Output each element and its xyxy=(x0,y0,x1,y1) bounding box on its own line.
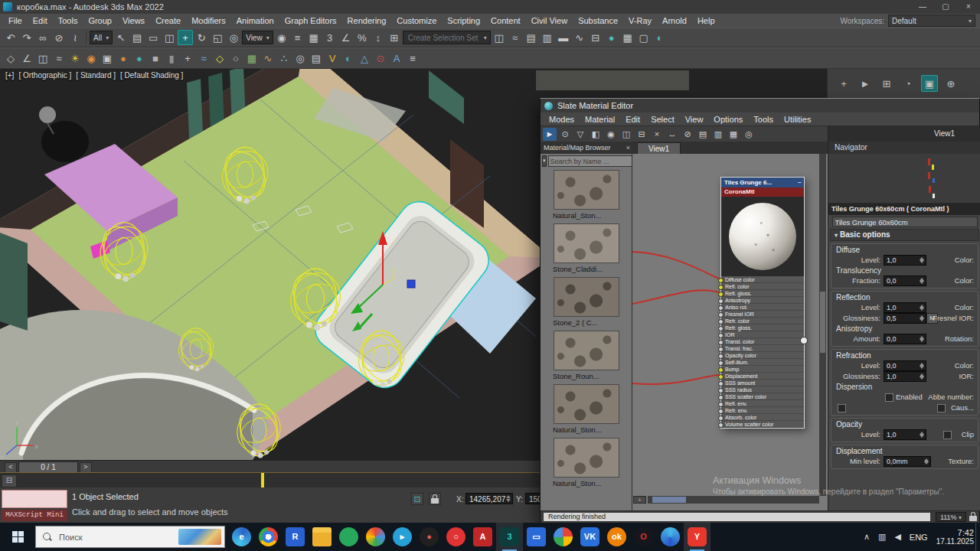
pivot-center-icon[interactable]: ◉ xyxy=(274,30,289,45)
material-name-field[interactable] xyxy=(832,217,978,227)
time-slider[interactable]: < 0 / 1 > xyxy=(0,460,540,472)
layout-horizontal-icon[interactable]: ⊟ xyxy=(635,128,648,141)
slot-socket[interactable] xyxy=(718,416,724,421)
search-by-name-input[interactable] xyxy=(548,155,632,167)
bind-spacewarp-icon[interactable]: ≀ xyxy=(67,30,83,45)
select-tool-icon[interactable]: ► xyxy=(543,128,557,141)
space-warp-icon[interactable]: ≈ xyxy=(196,51,211,66)
light-create-icon[interactable]: ☀ xyxy=(67,51,83,66)
reflection-level-spinner[interactable]: 1,0 xyxy=(884,302,926,313)
material-thumbnail[interactable] xyxy=(554,438,619,478)
close-button[interactable]: × xyxy=(957,0,980,14)
Graph Editors[interactable]: Graph Editors xyxy=(279,14,342,28)
material-thumbnail[interactable] xyxy=(554,277,619,317)
corona-icon[interactable]: ◐ xyxy=(341,51,356,66)
viewport-label-segment[interactable]: [ Orthographic ] xyxy=(18,71,71,80)
curve-editor-icon[interactable]: ∿ xyxy=(572,30,587,45)
slot-socket[interactable] xyxy=(718,402,724,407)
search-highlight-image[interactable] xyxy=(178,529,221,545)
render-elements-icon[interactable]: ▤ xyxy=(309,51,324,66)
Help[interactable]: Help xyxy=(692,14,720,28)
Select[interactable]: Select xyxy=(645,112,680,126)
hair-icon[interactable]: ∿ xyxy=(260,51,276,66)
language-indicator[interactable]: ENG xyxy=(910,533,928,542)
slot-socket[interactable] xyxy=(718,333,724,338)
3dsmax-app[interactable]: 3 xyxy=(496,523,523,551)
node-slot[interactable]: Absorb. color xyxy=(721,414,804,421)
select-link-icon[interactable]: ∞ xyxy=(35,30,51,45)
slot-socket[interactable] xyxy=(718,319,724,324)
render-production-icon[interactable]: ◐ xyxy=(652,30,668,45)
script-toolbar-icon[interactable]: ≡ xyxy=(405,51,420,66)
zoom-extents-icon[interactable]: ◎ xyxy=(742,128,756,141)
snap-3d-icon[interactable]: 3 xyxy=(322,30,338,45)
diffuse-level-spinner[interactable]: 1,0 xyxy=(884,255,926,266)
restore-button[interactable]: ▢ xyxy=(934,0,957,14)
modify-tab[interactable]: ► xyxy=(857,75,874,92)
physx-icon[interactable]: △ xyxy=(357,51,372,66)
display-tab[interactable]: ▣ xyxy=(921,75,938,92)
Options[interactable]: Options xyxy=(708,112,748,126)
material-library-item[interactable]: Natural_Ston... xyxy=(541,436,632,490)
browser-options-icon[interactable]: ▾ xyxy=(542,155,547,167)
scene-explorer-icon[interactable]: ▤ xyxy=(524,30,539,45)
rollout-basic-options[interactable]: ▾Basic options xyxy=(830,229,979,241)
start-button[interactable] xyxy=(0,523,35,551)
material-map-browser-header[interactable]: Material/Map Browser× xyxy=(541,142,632,154)
mirror-icon[interactable]: ◫ xyxy=(492,30,507,45)
material-library-item[interactable]: Stone_Claddi... xyxy=(541,222,632,276)
V-Ray[interactable]: V-Ray xyxy=(623,14,657,28)
Modifiers[interactable]: Modifiers xyxy=(186,14,231,28)
node-slot[interactable]: SSS radius xyxy=(721,386,804,393)
navigator-toggle-icon[interactable]: ▤ xyxy=(696,128,710,141)
schematic-view-icon[interactable]: ⊟ xyxy=(588,30,603,45)
opacity-level-spinner[interactable]: 1,0 xyxy=(884,429,926,440)
pinwheel-app[interactable] xyxy=(550,523,577,551)
slot-socket[interactable] xyxy=(718,388,724,393)
select-manipulate-icon[interactable]: ≡ xyxy=(290,30,305,45)
sphere-icon[interactable]: ● xyxy=(132,51,147,66)
node-slot[interactable]: Displacement xyxy=(721,373,804,380)
slot-socket[interactable] xyxy=(718,360,724,366)
select-place-icon[interactable]: ◎ xyxy=(226,30,241,45)
select-scale-icon[interactable]: ◱ xyxy=(210,30,225,45)
utilities-tab[interactable]: ⊕ xyxy=(942,75,959,92)
angle-snap-icon[interactable]: ∠ xyxy=(338,30,354,45)
min-level-spinner[interactable]: 0,0mm xyxy=(884,456,931,467)
node-slot[interactable]: Diffuse color xyxy=(721,276,804,283)
Content[interactable]: Content xyxy=(485,14,526,28)
material-thumbnail[interactable] xyxy=(554,384,619,424)
taskbar-clock[interactable]: 7:42 17.11.2025 xyxy=(936,528,974,546)
reflection-glossiness-spinner[interactable]: 0,5 xyxy=(884,313,926,324)
slot-socket[interactable] xyxy=(718,374,724,380)
vk-app[interactable]: VK xyxy=(577,523,603,551)
node-view-vertical-scrollbar[interactable] xyxy=(819,154,826,496)
node-slot[interactable]: Refr. gloss. xyxy=(721,324,804,331)
material-node[interactable]: Tiles Grunge 6...− CoronaMtl Diffuse col… xyxy=(720,177,805,429)
node-collapse-icon[interactable]: − xyxy=(798,178,802,187)
isolate-selection-toggle[interactable]: ⊡ xyxy=(411,493,423,505)
select-by-name-icon[interactable]: ▤ xyxy=(129,30,145,45)
Utilities[interactable]: Utilities xyxy=(779,112,816,126)
biped-icon[interactable]: ○ xyxy=(228,51,243,66)
percent-snap-icon[interactable]: % xyxy=(354,30,370,45)
pick-material-icon[interactable]: ⊙ xyxy=(558,128,572,141)
param-editor-toggle-icon[interactable]: ▦ xyxy=(727,128,740,141)
Edit[interactable]: Edit xyxy=(620,112,645,126)
File[interactable]: File xyxy=(3,14,28,28)
slot-socket[interactable] xyxy=(718,305,724,311)
redo-icon[interactable]: ↷ xyxy=(19,30,34,45)
material-library-item[interactable]: Stone_Roun... xyxy=(541,329,632,383)
dispersion-enabled-checkbox[interactable] xyxy=(885,393,893,402)
Customize[interactable]: Customize xyxy=(391,14,442,28)
slot-socket[interactable] xyxy=(718,367,724,373)
node-slot[interactable]: Opacity color xyxy=(721,352,804,359)
node-slot[interactable]: SSS scatter color xyxy=(721,393,804,400)
Substance[interactable]: Substance xyxy=(573,14,623,28)
spotlight-icon[interactable]: ◉ xyxy=(83,51,99,66)
yandex-app[interactable]: Y xyxy=(684,523,710,551)
slot-socket[interactable] xyxy=(718,298,724,304)
Group[interactable]: Group xyxy=(83,14,117,28)
cylinder-icon[interactable]: ▮ xyxy=(164,51,179,66)
Views[interactable]: Views xyxy=(117,14,150,28)
